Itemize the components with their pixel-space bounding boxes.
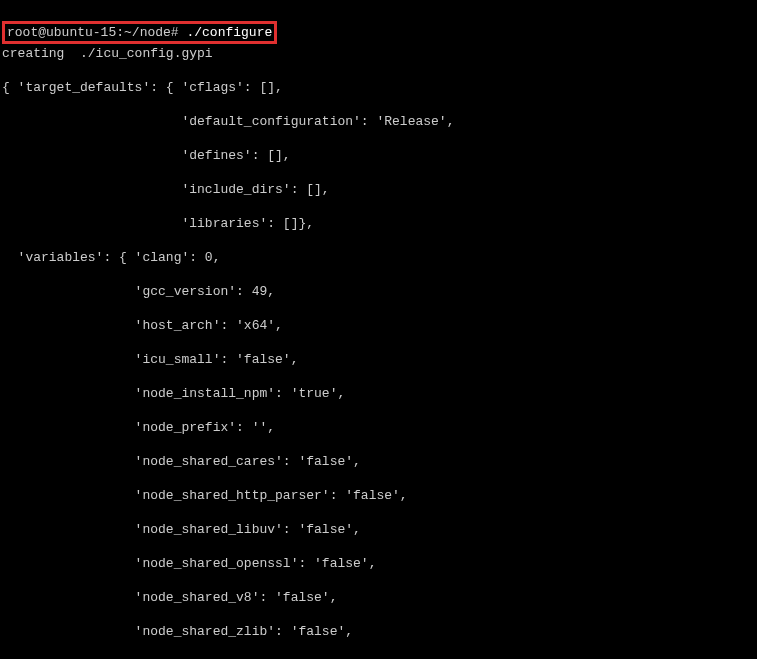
output-line: 'node_shared_libuv': 'false', [2,521,755,538]
output-line: 'variables': { 'clang': 0, [2,249,755,266]
output-line: 'default_configuration': 'Release', [2,113,755,130]
output-line: 'node_shared_openssl': 'false', [2,555,755,572]
prompt-path: ~/node [124,25,171,40]
output-line: 'node_install_npm': 'true', [2,385,755,402]
prompt-userhost: root@ubuntu-15 [7,25,116,40]
output-line: 'libraries': []}, [2,215,755,232]
output-line: 'gcc_version': 49, [2,283,755,300]
output-line: { 'target_defaults': { 'cflags': [], [2,79,755,96]
output-line: 'node_shared_http_parser': 'false', [2,487,755,504]
output-line: 'node_prefix': '', [2,419,755,436]
prompt-colon: : [116,25,124,40]
output-line: creating ./icu_config.gypi [2,45,755,62]
output-line: 'include_dirs': [], [2,181,755,198]
output-line: 'node_shared_v8': 'false', [2,589,755,606]
output-line: 'defines': [], [2,147,755,164]
highlighted-command: root@ubuntu-15:~/node# ./configure [2,21,277,44]
terminal-window[interactable]: root@ubuntu-15:~/node# ./configure creat… [0,0,757,659]
output-line: 'node_shared_cares': 'false', [2,453,755,470]
output-line: 'icu_small': 'false', [2,351,755,368]
output-line: 'host_arch': 'x64', [2,317,755,334]
prompt-sep: # [171,25,187,40]
output-line: 'node_shared_zlib': 'false', [2,623,755,640]
command-text: ./configure [186,25,272,40]
